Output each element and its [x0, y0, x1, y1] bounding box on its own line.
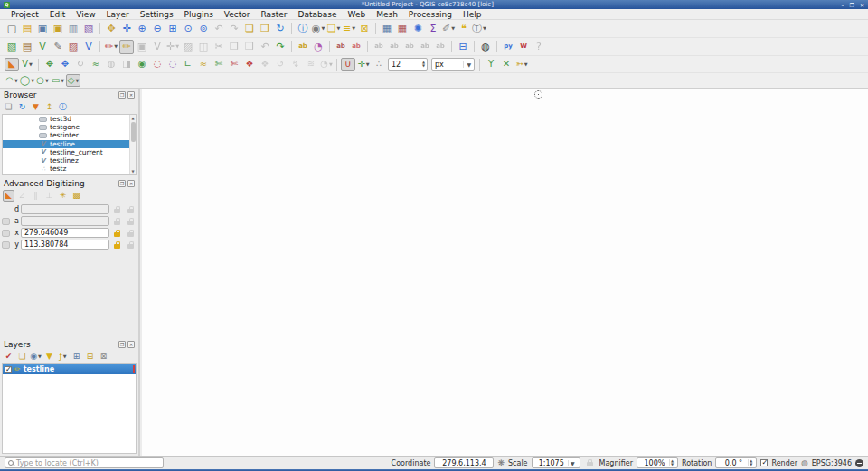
close-panel-icon[interactable]: ✕ [127, 180, 135, 187]
run-feature-action-button[interactable]: ◉▼ [311, 22, 326, 36]
rotate-feature-button[interactable]: ↻ [73, 58, 88, 71]
delete-ring-button[interactable]: ◌ [150, 58, 165, 71]
menu-raster[interactable]: Raster [256, 10, 293, 19]
simplify-feature-button[interactable]: ≈ [89, 58, 103, 71]
browser-item-testgone[interactable]: testgone [3, 123, 136, 131]
deselect-features-button[interactable]: ⊠ [357, 22, 372, 36]
layer-diagram-options-button[interactable]: ◔ [311, 40, 326, 54]
delete-selected-button[interactable]: ◫ [196, 40, 211, 54]
toggle-editing-button[interactable]: ✏ [119, 40, 134, 54]
x-lock-button[interactable] [111, 228, 123, 238]
enable-advanced-digitizing-button[interactable]: ◣ [5, 58, 19, 71]
snapping-units-combobox[interactable]: px ▼ [431, 58, 475, 71]
menu-help[interactable]: Help [458, 10, 487, 19]
fill-ring-button[interactable]: ◉ [135, 58, 149, 71]
menu-layer[interactable]: Layer [101, 10, 135, 19]
trim-extend-button[interactable]: ≋ [304, 58, 318, 71]
new-spatial-bookmark-button[interactable]: ❏ [242, 22, 257, 36]
save-project-as-button[interactable]: ▣ [51, 22, 65, 36]
add-rectangle-button[interactable]: ▭▼ [51, 74, 65, 87]
zoom-full-button[interactable]: ⊞ [165, 22, 180, 36]
construction-guides-button[interactable]: ▩ [71, 190, 82, 202]
menu-project[interactable]: Project [5, 10, 44, 19]
zoom-to-selection-button[interactable]: ⊙ [181, 22, 195, 36]
locator-search[interactable]: Type to locate (Ctrl+K) [5, 457, 164, 468]
add-ring-button[interactable]: ◍ [104, 58, 118, 71]
delete-part-button[interactable]: ◌ [165, 58, 180, 71]
menu-view[interactable]: View [71, 10, 100, 19]
relative-toggle-icon[interactable] [2, 241, 10, 249]
zoom-next-button[interactable]: ↷ [227, 22, 241, 36]
a-repeating-lock-button[interactable] [125, 216, 137, 226]
maximize-button[interactable]: ❒ [850, 2, 854, 8]
enable-tracing-button[interactable]: ➳▼ [514, 58, 529, 71]
relative-toggle-icon[interactable] [2, 218, 10, 225]
move-features-button[interactable]: ✥ [42, 58, 57, 71]
y-field[interactable]: 113.380784 [21, 240, 109, 250]
statistical-summary-button[interactable]: Σ [426, 22, 440, 36]
zoom-in-button[interactable]: ⊕ [135, 22, 149, 36]
x-field[interactable]: 279.646049 [21, 228, 109, 238]
float-panel-icon[interactable]: ❐ [118, 180, 126, 187]
parallel-constraint-button[interactable]: ∥ [30, 190, 42, 202]
open-attribute-table-filtered-button[interactable]: ▦ [395, 22, 410, 36]
extents-toggle-icon[interactable]: ❋ [497, 458, 505, 467]
browser-properties-button[interactable]: ⓘ [57, 101, 69, 113]
reshape-features-button[interactable]: ∟ [181, 58, 195, 71]
render-checkbox[interactable] [760, 459, 768, 466]
menu-web[interactable]: Web [343, 10, 372, 19]
close-button[interactable]: ✕ [860, 2, 864, 8]
manage-map-themes-button[interactable]: ◉▼ [30, 351, 42, 363]
measure-line-button[interactable]: ✐▼ [441, 22, 456, 36]
filter-by-expression-button[interactable]: ƒ▼ [57, 351, 69, 363]
browser-item-testz[interactable]: ∴testz [3, 165, 136, 173]
text-annotation-button[interactable]: Ⓣ▼ [472, 22, 486, 36]
pan-to-selection-button[interactable]: ✜ [119, 22, 134, 36]
wkt-plugin-button[interactable]: W [516, 40, 531, 54]
circular-string-by-radius-button[interactable]: ◠▼ [5, 74, 19, 87]
new-virtual-layer-button[interactable]: V [81, 40, 96, 54]
close-panel-icon[interactable]: ✕ [127, 91, 135, 99]
d-field[interactable] [21, 204, 109, 214]
browser-item-topological_copy[interactable]: topological_copy [3, 173, 136, 175]
merge-attributes-button[interactable]: ❖ [258, 58, 272, 71]
browser-item-testline[interactable]: Vtestline [3, 140, 136, 148]
open-layer-styling-panel-button[interactable]: ✔ [3, 351, 14, 363]
zoom-to-layer-button[interactable]: ⊚ [196, 22, 211, 36]
new-project-button[interactable]: ▢ [5, 22, 19, 36]
current-edits-button[interactable]: ✏▼ [104, 40, 118, 54]
minimize-button[interactable]: – [842, 2, 844, 8]
menu-settings[interactable]: Settings [135, 10, 179, 19]
zoom-out-button[interactable]: ⊖ [150, 22, 165, 36]
enable-advanced-digitizing-tools-button[interactable]: ◣ [3, 190, 14, 202]
undo-button[interactable]: ↶ [258, 40, 272, 54]
new-print-layout-button[interactable]: ▥ [66, 22, 80, 36]
label-properties-button[interactable]: ab [433, 40, 448, 54]
menu-mesh[interactable]: Mesh [371, 10, 403, 19]
open-project-button[interactable]: ▤ [20, 22, 34, 36]
select-by-expression-button[interactable]: ≡▼ [342, 22, 356, 36]
collapse-all-layers-button[interactable]: ⊟ [84, 351, 96, 363]
refresh-map-button[interactable]: ↻ [273, 22, 288, 36]
curve-label-button[interactable]: ab [418, 40, 432, 54]
open-attribute-table-button[interactable]: ▦ [380, 22, 394, 36]
merge-features-button[interactable]: ❖ [242, 58, 257, 71]
cut-features-button[interactable]: ✂ [212, 40, 226, 54]
menu-edit[interactable]: Edit [44, 10, 71, 19]
refresh-browser-button[interactable]: ↻ [16, 101, 28, 113]
move-label-button[interactable]: ab [372, 40, 386, 54]
browser-item-testline_current[interactable]: Vtestline_current [3, 148, 136, 156]
db-manager-button[interactable]: ⊟ [456, 40, 470, 54]
menu-vector[interactable]: Vector [219, 10, 256, 19]
menu-database[interactable]: Database [293, 10, 343, 19]
close-panel-icon[interactable]: ✕ [127, 341, 135, 348]
topological-editing-button[interactable]: Y [484, 58, 498, 71]
layer-visibility-checkbox[interactable] [5, 366, 12, 373]
browser-item-testlinez[interactable]: Vtestlinez [3, 156, 136, 165]
a-field[interactable] [21, 216, 109, 226]
new-sql-layer-button[interactable]: ✎ [51, 40, 65, 54]
add-circle-button[interactable]: ◯▼ [20, 74, 34, 87]
show-spatial-bookmarks-button[interactable]: ❐ [258, 22, 272, 36]
map-canvas[interactable] [142, 89, 868, 456]
new-shapefile-layer-button[interactable]: V [35, 40, 50, 54]
